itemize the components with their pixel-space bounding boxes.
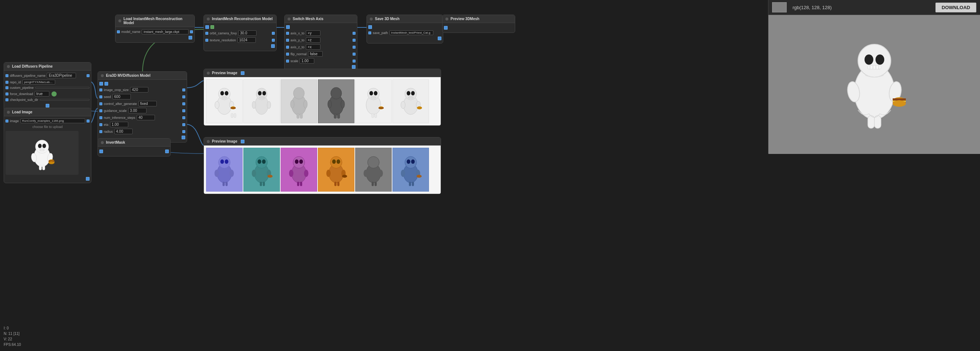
port-axisx-in[interactable]: [286, 32, 289, 35]
port-diffusers-out[interactable]: [87, 74, 89, 77]
port-guidance-in[interactable]: [99, 109, 102, 112]
port-scale-in[interactable]: [286, 60, 289, 62]
port-save-top[interactable]: [368, 25, 372, 29]
port-axisz-in[interactable]: [286, 46, 289, 49]
port-preview1-in[interactable]: [241, 71, 245, 75]
port-texres-in[interactable]: [205, 39, 208, 41]
svg-point-74: [262, 160, 266, 164]
port-radius-in[interactable]: [99, 130, 102, 133]
port-era3d-top1[interactable]: [99, 82, 103, 86]
port-radius-out[interactable]: [182, 130, 185, 133]
checkpoint-value[interactable]: [40, 99, 89, 101]
svg-point-37: [304, 100, 307, 108]
port-crop-out[interactable]: [182, 88, 185, 91]
axisx-value[interactable]: +y: [306, 30, 320, 36]
diffusers-pipeline-value[interactable]: Era3DPipeline: [47, 73, 76, 78]
texture-res-value[interactable]: 1024: [237, 37, 256, 43]
port-recon-top2[interactable]: [210, 25, 214, 29]
fovy-value[interactable]: 30.0: [238, 30, 256, 36]
port-pipeline-out-bottom[interactable]: [46, 104, 49, 107]
steps-value[interactable]: 40: [137, 115, 155, 120]
save-path-value[interactable]: InstantMesh_test/Priest_Cat.g: [390, 30, 433, 35]
port-scale-out[interactable]: [353, 60, 356, 62]
port-recon-top1[interactable]: [205, 25, 209, 29]
port-steps-out[interactable]: [182, 116, 185, 119]
port-switch-top[interactable]: [286, 25, 290, 29]
port-force-in[interactable]: [5, 93, 8, 96]
radius-value[interactable]: 4.00: [115, 129, 133, 134]
checkpoint-label: checkpoint_sub_dir: [10, 98, 38, 102]
port-loadimage-out[interactable]: [86, 177, 89, 180]
svg-point-62: [417, 106, 422, 109]
port-image-in[interactable]: [5, 120, 8, 123]
axisy-value[interactable]: +z: [306, 37, 320, 43]
port-repo-in[interactable]: [5, 81, 8, 84]
guidance-value[interactable]: 3.00: [128, 108, 146, 113]
load-diffusers-pipeline-header: Load Diffusers Pipeline: [4, 62, 91, 70]
port-recon-out[interactable]: [271, 44, 275, 48]
port-steps-in[interactable]: [99, 116, 102, 119]
svg-point-2: [38, 144, 41, 148]
port-seed-out[interactable]: [182, 96, 185, 98]
control-value[interactable]: fixed: [138, 101, 157, 106]
port-seed-in[interactable]: [99, 96, 102, 98]
port-savepath-in[interactable]: [368, 32, 371, 34]
char-view-6-svg: [398, 81, 423, 121]
port-preview2-in[interactable]: [241, 140, 245, 143]
port-diffusers-in[interactable]: [5, 74, 8, 77]
port-custom-in[interactable]: [5, 86, 8, 89]
port-fovy-in[interactable]: [205, 32, 208, 35]
svg-rect-116: [868, 65, 881, 69]
port-axisz-out[interactable]: [353, 46, 356, 49]
port-invert-out[interactable]: [165, 150, 169, 153]
port-control-in[interactable]: [99, 102, 102, 105]
save-3d-title: Save 3D Mesh: [375, 17, 399, 21]
svg-point-81: [293, 156, 305, 168]
preview-color-img-4: [318, 148, 355, 191]
port-preview3d-in[interactable]: [444, 26, 448, 30]
port-control-out[interactable]: [182, 102, 185, 105]
model-name-value[interactable]: instant_mesh_large.ckpt: [142, 29, 189, 34]
choose-file-label[interactable]: choose file to upload: [32, 125, 63, 129]
preview-img-2: [243, 79, 280, 123]
download-button[interactable]: DOWNLOAD: [935, 3, 976, 13]
port-instantmesh-out[interactable]: [189, 36, 192, 40]
port-eta-out[interactable]: [182, 123, 185, 126]
port-fovy-out[interactable]: [272, 32, 275, 35]
force-download-toggle[interactable]: [51, 91, 57, 97]
port-guidance-out[interactable]: [182, 109, 185, 112]
flip-value[interactable]: false: [308, 51, 323, 57]
port-image-out[interactable]: [87, 120, 89, 123]
crop-size-value[interactable]: 420: [130, 87, 148, 93]
port-modelname-in[interactable]: [117, 30, 120, 33]
recon-out-row: [204, 43, 276, 49]
port-texres-out[interactable]: [272, 39, 275, 41]
port-axisy-in[interactable]: [286, 39, 289, 41]
port-save3d-out[interactable]: [438, 37, 441, 40]
port-axisx-out[interactable]: [353, 32, 356, 35]
port-flip-in[interactable]: [286, 53, 289, 56]
port-switch-out[interactable]: [352, 65, 356, 69]
port-flip-out[interactable]: [353, 53, 356, 56]
port-axisy-out[interactable]: [353, 39, 356, 41]
seed-value[interactable]: 600: [113, 94, 131, 99]
force-download-value[interactable]: true: [35, 91, 49, 97]
svg-point-60: [401, 101, 405, 108]
port-era3d-top2[interactable]: [105, 82, 108, 86]
port-invert-in[interactable]: [99, 150, 103, 153]
port-crop-in[interactable]: [99, 88, 102, 91]
port-era3d-out[interactable]: [181, 136, 185, 139]
axisz-value[interactable]: +x: [306, 44, 320, 50]
port-eta-in[interactable]: [99, 123, 102, 126]
eta-value[interactable]: 1.00: [110, 122, 128, 127]
scale-value[interactable]: 1.00: [300, 58, 314, 64]
repo-id-value[interactable]: pengHTYX/MacLab-Era3D-512-6vie: [22, 80, 55, 85]
axisy-label: axis_y_to: [291, 38, 304, 42]
custom-pipeline-value[interactable]: [35, 87, 89, 88]
image-file-value[interactable]: RunComfy_examples_1166.png: [21, 118, 85, 123]
port-checkpoint-in[interactable]: [5, 98, 8, 101]
svg-rect-69: [223, 182, 225, 186]
svg-rect-87: [300, 182, 302, 186]
axisx-row: axis_x_to +y: [285, 30, 357, 37]
port-modelname-out[interactable]: [190, 30, 193, 33]
